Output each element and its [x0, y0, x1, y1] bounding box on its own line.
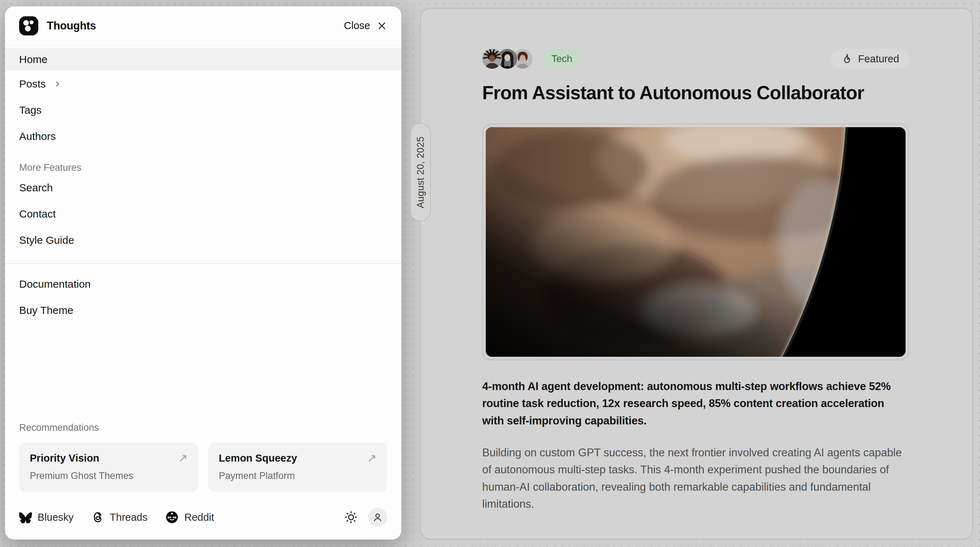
recommendation-card-lemon-squeezy[interactable]: Lemon Squeezy ↗ Payment Platform — [208, 442, 387, 492]
primary-nav: Home Posts Tags Authors — [5, 45, 401, 149]
brand-logo-icon — [19, 16, 38, 35]
post-date-pill: August 20, 2025 — [410, 123, 431, 221]
post-date: August 20, 2025 — [415, 136, 426, 208]
social-link-threads[interactable]: Threads — [91, 511, 148, 523]
close-button[interactable]: Close — [344, 20, 387, 32]
nav-item-home[interactable]: Home — [5, 48, 401, 71]
nav-item-label: Documentation — [19, 278, 91, 290]
nav-item-tags[interactable]: Tags — [5, 97, 401, 123]
external-link-icon: ↗ — [367, 452, 377, 464]
nav-item-label: Buy Theme — [19, 304, 73, 316]
secondary-nav: Documentation Buy Theme — [5, 271, 401, 323]
sun-icon — [344, 510, 358, 524]
recommendation-description: Premium Ghost Themes — [30, 471, 188, 482]
person-icon — [372, 511, 383, 523]
theme-toggle-button[interactable] — [344, 510, 358, 524]
chevron-right-icon — [53, 79, 62, 89]
recommendation-card-priority-vision[interactable]: Priority Vision ↗ Premium Ghost Themes — [19, 442, 198, 492]
category-badge[interactable]: Tech — [542, 49, 582, 69]
close-icon — [377, 21, 387, 31]
post-meta-row: Tech Featured — [482, 49, 909, 69]
account-button[interactable] — [368, 508, 387, 527]
sidebar-header: Thoughts Close — [5, 6, 401, 45]
social-link-reddit[interactable]: Reddit — [165, 511, 214, 524]
nav-item-buy-theme[interactable]: Buy Theme — [5, 297, 401, 323]
social-label: Threads — [110, 512, 148, 523]
nav-item-contact[interactable]: Contact — [5, 201, 401, 227]
avatar — [482, 49, 502, 69]
nav-item-label: Search — [19, 182, 53, 194]
nav-item-label: Style Guide — [19, 234, 74, 246]
social-label: Bluesky — [38, 512, 74, 523]
nav-item-label: Posts — [19, 78, 46, 90]
post-card: August 20, 2025 — [420, 8, 973, 539]
sidebar-panel: Thoughts Close Home Posts Tags Authors M… — [5, 6, 401, 539]
nav-item-search[interactable]: Search — [5, 174, 401, 201]
planet-image — [486, 127, 905, 357]
post-title[interactable]: From Assistant to Autonomous Collaborato… — [482, 82, 909, 104]
recommendation-description: Payment Platform — [219, 471, 377, 482]
more-features-label: More Features — [5, 162, 401, 173]
nav-item-label: Contact — [19, 208, 56, 220]
post-excerpt: 4-month AI agent development: autonomous… — [482, 378, 908, 430]
social-link-bluesky[interactable]: Bluesky — [19, 512, 74, 523]
post-content: Tech Featured From Assistant to Autonomo… — [421, 8, 972, 513]
sidebar-divider — [5, 263, 401, 264]
recommendation-name: Priority Vision — [30, 452, 99, 464]
brand-title: Thoughts — [47, 19, 96, 32]
nav-item-style-guide[interactable]: Style Guide — [5, 227, 401, 253]
social-label: Reddit — [185, 512, 214, 523]
close-button-label: Close — [344, 20, 370, 32]
post-image-frame[interactable] — [482, 124, 909, 360]
nav-item-label: Tags — [19, 104, 41, 116]
nav-item-authors[interactable]: Authors — [5, 123, 401, 149]
featured-label: Featured — [858, 53, 899, 65]
features-nav: Search Contact Style Guide — [5, 174, 401, 253]
recommendation-name: Lemon Squeezy — [219, 452, 297, 464]
nav-item-posts[interactable]: Posts — [5, 71, 401, 97]
nav-item-documentation[interactable]: Documentation — [5, 271, 401, 297]
nav-item-label: Authors — [19, 130, 56, 143]
bluesky-butterfly-icon — [19, 512, 32, 523]
nav-item-label: Home — [19, 54, 48, 65]
post-body: Building on custom GPT success, the next… — [482, 444, 908, 513]
author-avatars[interactable] — [482, 49, 533, 69]
featured-badge: Featured — [831, 49, 909, 69]
recommendations-row: Priority Vision ↗ Premium Ghost Themes L… — [5, 442, 401, 492]
flame-icon — [841, 53, 853, 65]
threads-icon — [91, 511, 104, 523]
external-link-icon: ↗ — [178, 452, 188, 464]
sidebar-spacer — [5, 323, 401, 422]
reddit-icon — [165, 511, 179, 524]
sidebar-footer: Bluesky Threads Reddit — [5, 508, 401, 527]
recommendations-label: Recommendations — [5, 422, 401, 433]
